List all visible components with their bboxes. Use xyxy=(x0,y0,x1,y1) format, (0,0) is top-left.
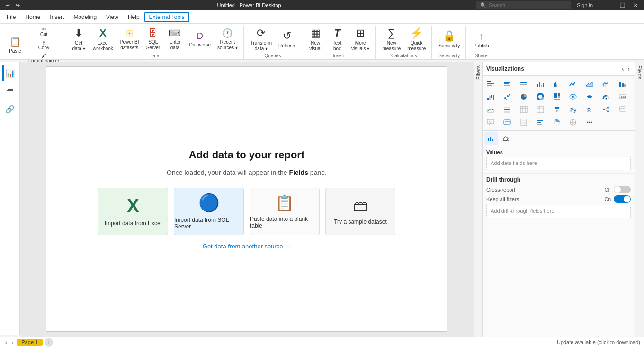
queries-items: ⟳ Transformdata ▾ ↺ Refresh xyxy=(248,26,298,53)
viz-map[interactable] xyxy=(567,91,579,103)
viz-scatter[interactable] xyxy=(501,91,513,103)
menu-view[interactable]: View xyxy=(101,12,123,22)
build-visual-tab[interactable] xyxy=(484,132,498,145)
menu-help[interactable]: Help xyxy=(123,12,144,22)
viz-100-stacked-bar[interactable] xyxy=(518,78,530,90)
viz-paginated[interactable] xyxy=(518,116,530,128)
refresh-button[interactable]: ↺ Refresh xyxy=(276,26,298,53)
cut-button[interactable]: ✂ Cut xyxy=(27,26,61,38)
sql-label: SQLServer xyxy=(146,39,160,51)
svg-rect-49 xyxy=(537,106,539,109)
viz-custom-1[interactable] xyxy=(567,116,579,128)
values-drop-zone[interactable]: Add data fields here xyxy=(486,157,631,170)
import-excel-option[interactable]: X Import data from Excel xyxy=(98,188,168,235)
enter-data-icon: ⌨ xyxy=(169,28,181,38)
viz-clustered-column[interactable] xyxy=(551,78,563,90)
viz-decomp-tree[interactable] xyxy=(600,103,612,116)
viz-filled-map[interactable] xyxy=(583,91,596,103)
page-prev-btn[interactable]: ‹ xyxy=(4,339,9,346)
viz-line-column[interactable] xyxy=(600,78,612,90)
report-view-icon[interactable]: 📊 xyxy=(2,65,18,81)
menu-home[interactable]: Home xyxy=(20,12,45,22)
more-visuals-label: Morevisuals ▾ xyxy=(351,40,369,52)
viz-matrix[interactable] xyxy=(534,103,546,116)
viz-bar-race[interactable] xyxy=(534,116,546,128)
status-text[interactable]: Update available (click to download) xyxy=(557,339,640,345)
get-data-button[interactable]: ⬇ Getdata ▾ xyxy=(68,26,89,53)
fields-panel[interactable]: Fields xyxy=(635,62,644,337)
power-bi-datasets-button[interactable]: ⊞ Power BIdatasets xyxy=(117,26,142,53)
undo-btn[interactable]: ↩ xyxy=(4,2,12,9)
keep-filters-toggle[interactable] xyxy=(614,195,631,203)
drill-fields-drop-zone[interactable]: Add drill-through fields here xyxy=(486,205,631,218)
sign-in-btn[interactable]: Sign in xyxy=(577,2,593,8)
viz-donut[interactable] xyxy=(534,91,546,103)
close-btn[interactable]: ✕ xyxy=(631,2,640,9)
paste-button[interactable]: 📋 Paste xyxy=(5,32,26,58)
menu-modeling[interactable]: Modeling xyxy=(69,12,101,22)
dataverse-button[interactable]: D Dataverse xyxy=(186,26,214,53)
viz-gauge[interactable] xyxy=(600,91,612,103)
viz-kpi[interactable] xyxy=(484,103,497,116)
viz-smart-narrative[interactable] xyxy=(501,116,513,128)
new-measure-button[interactable]: ∑ Newmeasure xyxy=(379,26,403,53)
subtitle-pre: Once loaded, your data will appear in th… xyxy=(167,169,289,176)
viz-table[interactable] xyxy=(518,103,530,116)
viz-waterfall[interactable] xyxy=(484,91,497,103)
import-sql-option[interactable]: 🔵 Import data from SQL Server xyxy=(174,188,244,235)
viz-aster-plot[interactable] xyxy=(551,116,563,128)
sql-server-button[interactable]: 🗄 SQLServer xyxy=(143,26,163,53)
sample-dataset-option[interactable]: 🗃 Try a sample dataset xyxy=(325,188,395,235)
viz-clustered-bar[interactable] xyxy=(501,78,513,90)
subtitle-post: pane. xyxy=(308,169,327,176)
viz-pie[interactable] xyxy=(518,91,530,103)
data-view-icon[interactable]: 🗃 xyxy=(2,83,18,99)
viz-column[interactable] xyxy=(534,78,546,90)
copy-button[interactable]: ⎘ Copy xyxy=(27,39,61,51)
filters-panel[interactable]: Filters xyxy=(474,62,482,337)
recent-sources-button[interactable]: 🕐 Recentsources ▾ xyxy=(215,26,241,53)
viz-qna[interactable]: ? xyxy=(484,116,497,128)
cross-report-toggle[interactable] xyxy=(614,186,631,193)
minimize-btn[interactable]: — xyxy=(604,2,614,9)
viz-more[interactable] xyxy=(583,116,596,128)
viz-area[interactable] xyxy=(583,78,596,90)
redo-btn[interactable]: ↪ xyxy=(14,2,22,9)
publish-button[interactable]: ↑ Publish xyxy=(471,26,492,53)
menu-insert[interactable]: Insert xyxy=(45,12,69,22)
excel-workbook-button[interactable]: X Excelworkbook xyxy=(90,26,116,53)
enter-data-button[interactable]: ⌨ Enterdata xyxy=(164,26,185,53)
viz-funnel[interactable] xyxy=(551,103,563,116)
viz-ai-narratives[interactable] xyxy=(617,103,629,116)
page-next-btn[interactable]: › xyxy=(10,339,15,346)
viz-icons-grid: 123 Py R xyxy=(483,76,635,131)
maximize-btn[interactable]: ❐ xyxy=(618,2,627,9)
paste-data-option[interactable]: 📋 Paste data into a blank table xyxy=(250,188,320,235)
search-input[interactable] xyxy=(489,2,555,8)
viz-line[interactable] xyxy=(567,78,579,90)
menu-external-tools[interactable]: External Tools xyxy=(144,12,189,22)
viz-stacked-bar[interactable] xyxy=(484,78,497,90)
get-data-link[interactable]: Get data from another source → xyxy=(203,243,291,250)
text-box-button[interactable]: T Textbox xyxy=(327,26,348,53)
page-1-tab[interactable]: Page 1 xyxy=(17,339,43,346)
viz-python[interactable]: Py xyxy=(567,103,579,116)
viz-back-btn[interactable]: ‹ xyxy=(621,64,625,73)
sensitivity-button[interactable]: 🔒 Sensitivity xyxy=(436,26,463,53)
more-visuals-button[interactable]: ⊞ Morevisuals ▾ xyxy=(349,26,372,53)
model-view-icon[interactable]: 🔗 xyxy=(2,101,18,117)
new-visual-button[interactable]: ▦ Newvisual xyxy=(305,26,326,53)
transform-data-button[interactable]: ⟳ Transformdata ▾ xyxy=(248,26,275,53)
viz-treemap[interactable] xyxy=(551,91,563,103)
menu-file[interactable]: File xyxy=(2,12,20,22)
viz-forward-btn[interactable]: › xyxy=(626,64,631,73)
cross-report-row: Cross-report Off xyxy=(486,186,631,193)
quick-measure-button[interactable]: ⚡ Quickmeasure xyxy=(404,26,429,53)
title-search[interactable]: 🔍 xyxy=(476,1,571,9)
viz-card[interactable]: 123 xyxy=(617,91,629,103)
format-visual-tab[interactable] xyxy=(500,132,513,145)
add-page-btn[interactable]: + xyxy=(45,338,53,347)
viz-r[interactable]: R xyxy=(583,103,596,116)
viz-ribbon[interactable] xyxy=(617,78,629,90)
viz-slicer[interactable] xyxy=(501,103,513,116)
